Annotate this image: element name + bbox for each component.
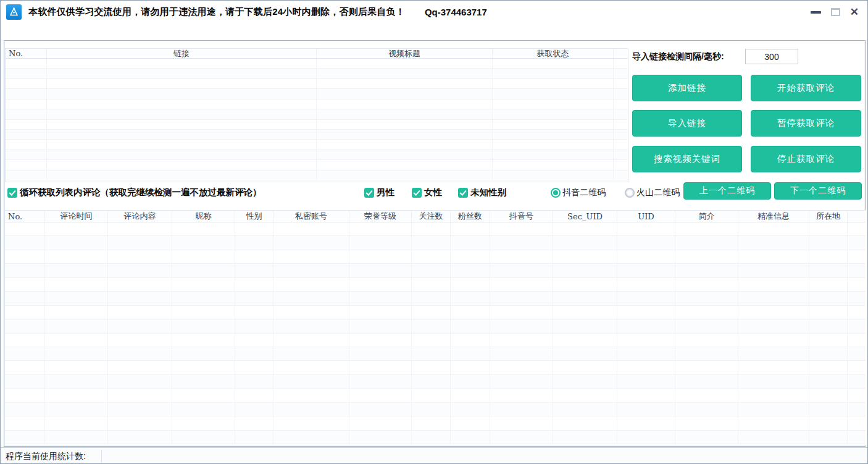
button-搜索视频关键词[interactable]: 搜索视频关键词 — [632, 146, 742, 172]
button-导入链接[interactable]: 导入链接 — [632, 110, 742, 137]
table-cell — [451, 236, 490, 249]
table-cell — [412, 347, 451, 360]
table-row[interactable] — [5, 347, 866, 361]
button-上一个二维码[interactable]: 上一个二维码 — [683, 182, 771, 200]
table-cell — [553, 278, 617, 291]
table-row[interactable] — [5, 416, 866, 430]
table-cell — [273, 403, 349, 416]
table-cell — [412, 403, 451, 416]
checkbox-checked-icon — [458, 188, 468, 198]
button-开始获取评论[interactable]: 开始获取评论 — [751, 75, 861, 101]
table-row[interactable] — [5, 431, 866, 444]
table-cell — [848, 292, 866, 305]
radio-label: 火山二维码 — [636, 187, 680, 198]
table-row[interactable] — [5, 403, 866, 416]
checkbox-未知性别[interactable]: 未知性别 — [458, 187, 506, 198]
button-添加链接[interactable]: 添加链接 — [632, 75, 742, 101]
table-cell — [614, 59, 628, 68]
button-暂停获取评论[interactable]: 暂停获取评论 — [751, 110, 861, 137]
table-row[interactable] — [5, 361, 866, 374]
table-cell — [108, 264, 172, 277]
table-cell — [412, 306, 451, 319]
table-cell — [490, 347, 553, 360]
table-row[interactable] — [5, 389, 866, 402]
table-row[interactable] — [6, 89, 628, 99]
qq-contact: Qq-374463717 — [425, 7, 487, 17]
table-cell — [45, 222, 108, 235]
column-header-性别: 性别 — [235, 211, 273, 222]
table-row[interactable] — [5, 319, 866, 333]
table-cell — [617, 361, 675, 374]
close-button[interactable]: ✕ — [850, 7, 859, 17]
table-row[interactable] — [6, 150, 628, 160]
checkbox-checked-icon — [364, 188, 374, 198]
table-row[interactable] — [6, 69, 628, 78]
table-cell — [493, 160, 614, 169]
table-cell — [493, 150, 614, 159]
table-cell — [490, 264, 553, 277]
tab-label: 评论信息列表 — [5, 25, 26, 41]
radio-抖音二维码[interactable]: 抖音二维码 — [551, 187, 606, 198]
radio-火山二维码[interactable]: 火山二维码 — [625, 187, 680, 198]
interval-input[interactable] — [745, 49, 798, 64]
link-table[interactable]: No.链接视频标题获取状态 — [5, 48, 628, 182]
table-cell — [6, 69, 47, 78]
radio-label: 抖音二维码 — [562, 187, 606, 198]
table-row[interactable] — [6, 130, 628, 140]
table-cell — [235, 292, 273, 305]
table-cell — [108, 334, 172, 347]
table-cell — [47, 160, 317, 169]
table-row[interactable] — [6, 120, 628, 130]
table-cell — [172, 222, 235, 235]
table-cell — [617, 403, 675, 416]
table-row[interactable] — [5, 334, 866, 347]
table-cell — [809, 306, 848, 319]
checkbox-checked-icon — [412, 188, 422, 198]
table-cell — [848, 306, 866, 319]
table-row[interactable] — [5, 292, 866, 305]
checkbox-男性[interactable]: 男性 — [364, 187, 394, 198]
table-cell — [490, 236, 553, 249]
table-cell — [47, 171, 317, 180]
table-cell — [45, 250, 108, 263]
table-row[interactable] — [5, 375, 866, 389]
loop-comments-checkbox[interactable]: 循环获取列表内评论（获取完继续检测一遍不放过最新评论） — [7, 187, 262, 198]
maximize-button[interactable] — [831, 8, 840, 16]
table-row[interactable] — [6, 99, 628, 109]
table-row[interactable] — [5, 250, 866, 264]
table-row[interactable] — [6, 79, 628, 89]
table-cell — [617, 278, 675, 291]
table-cell — [553, 306, 617, 319]
table-row[interactable] — [6, 160, 628, 170]
table-row[interactable] — [5, 306, 866, 319]
table-cell — [614, 99, 628, 109]
table-cell — [172, 431, 235, 444]
table-cell — [6, 140, 47, 149]
table-row[interactable] — [6, 171, 628, 180]
close-icon: ✕ — [850, 6, 859, 18]
table-row[interactable] — [5, 264, 866, 277]
table-cell — [848, 416, 866, 429]
button-下一个二维码[interactable]: 下一个二维码 — [774, 182, 862, 200]
table-row[interactable] — [6, 109, 628, 119]
table-cell — [317, 79, 493, 88]
table-cell — [490, 389, 553, 402]
minimize-button[interactable] — [811, 11, 821, 14]
table-row[interactable] — [6, 140, 628, 150]
table-cell — [490, 292, 553, 305]
table-cell — [273, 375, 349, 388]
table-cell — [490, 361, 553, 374]
table-row[interactable] — [5, 222, 866, 236]
table-cell — [5, 264, 45, 277]
button-停止获取评论[interactable]: 停止获取评论 — [751, 146, 861, 172]
comment-table[interactable]: No.评论时间评论内容昵称性别私密账号荣誉等级关注数粉丝数抖音号Sec_UIDU… — [5, 210, 866, 445]
app-window: 本软件仅供学习交流使用，请勿用于违法用途，请于下载后24小时内删除，否则后果自负… — [0, 0, 868, 464]
table-row[interactable] — [6, 59, 628, 69]
table-row[interactable] — [5, 236, 866, 250]
table-cell — [45, 306, 108, 319]
table-cell — [6, 109, 47, 119]
table-cell — [317, 130, 493, 139]
checkbox-女性[interactable]: 女性 — [412, 187, 442, 198]
table-row[interactable] — [5, 278, 866, 292]
column-header-所在地: 所在地 — [809, 211, 848, 222]
